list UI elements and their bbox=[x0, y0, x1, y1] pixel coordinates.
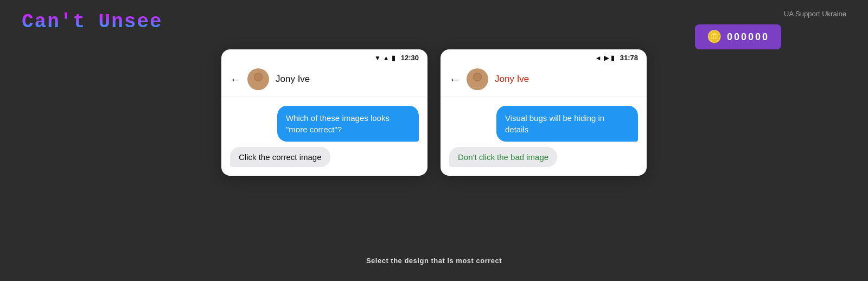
chat-body-left: Which of these images looks "more correc… bbox=[221, 97, 427, 176]
status-icons-left: ▼ ▲ ▮ bbox=[374, 54, 395, 62]
battery-icon-right: ▮ bbox=[611, 54, 615, 62]
coin-count: 000000 bbox=[727, 31, 769, 43]
coin-icon: 🪙 bbox=[707, 30, 722, 44]
sent-bubble-right: Visual bugs will be hiding in details bbox=[496, 106, 638, 142]
chat-body-right: Visual bugs will be hiding in details Do… bbox=[441, 97, 647, 176]
received-bubble-right: Don't click the bad image bbox=[449, 147, 557, 167]
time-right: 31:78 bbox=[620, 54, 638, 62]
status-bar-left: ▼ ▲ ▮ 12:30 bbox=[221, 49, 427, 64]
sent-bubble-left: Which of these images looks "more correc… bbox=[277, 106, 419, 142]
signal-icon-right: ▶ bbox=[604, 54, 609, 62]
svg-point-7 bbox=[474, 73, 481, 81]
logo: Can't Unsee bbox=[22, 11, 163, 33]
battery-icon: ▮ bbox=[392, 54, 395, 62]
correct-card[interactable]: ▼ ▲ ▮ 12:30 ← Jony Ive Which of these im… bbox=[221, 49, 427, 176]
bad-card[interactable]: ◄ ▶ ▮ 31:78 ← Jony Ive Visual bugs will … bbox=[441, 49, 647, 176]
support-link[interactable]: UA Support Ukraine bbox=[784, 10, 846, 18]
coin-badge: 🪙 000000 bbox=[695, 24, 781, 49]
avatar-left bbox=[247, 68, 269, 90]
back-arrow-right[interactable]: ← bbox=[449, 73, 460, 86]
contact-name-right: Jony Ive bbox=[495, 74, 529, 85]
contact-name-left: Jony Ive bbox=[276, 74, 310, 85]
signal-icon: ▲ bbox=[383, 54, 390, 62]
time-left: 12:30 bbox=[401, 54, 419, 62]
footer-instruction: Select the design that is most correct bbox=[0, 248, 868, 273]
chat-header-left: ← Jony Ive bbox=[221, 64, 427, 97]
cards-container: ▼ ▲ ▮ 12:30 ← Jony Ive Which of these im… bbox=[0, 39, 868, 176]
chat-header-right: ← Jony Ive bbox=[441, 64, 647, 97]
wifi-icon: ▼ bbox=[374, 54, 381, 62]
wifi-icon-right: ◄ bbox=[595, 54, 602, 62]
back-arrow-left[interactable]: ← bbox=[230, 73, 241, 86]
status-bar-right: ◄ ▶ ▮ 31:78 bbox=[441, 49, 647, 64]
svg-point-3 bbox=[254, 73, 262, 81]
received-bubble-left: Click the correct image bbox=[230, 147, 330, 167]
status-icons-right: ◄ ▶ ▮ bbox=[595, 54, 615, 62]
avatar-right bbox=[467, 68, 488, 90]
